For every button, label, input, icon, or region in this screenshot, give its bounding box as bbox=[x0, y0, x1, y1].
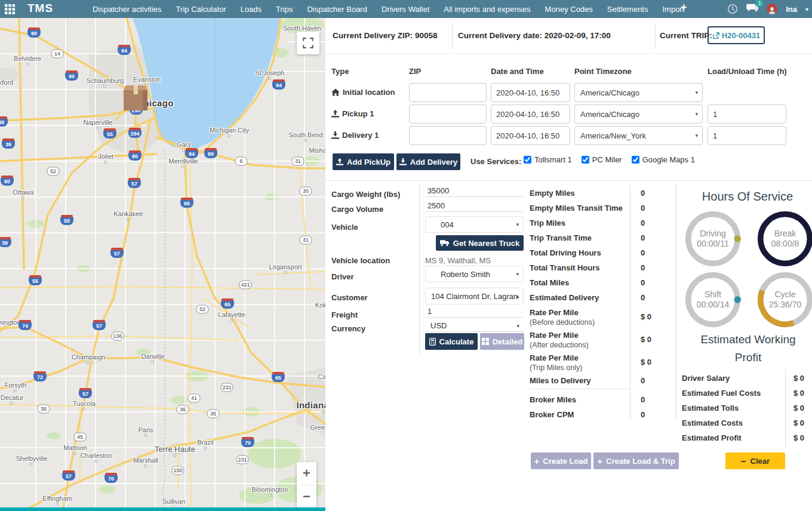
nav-item-dispatcher-activities[interactable]: Dispatcher activities bbox=[93, 5, 162, 14]
datetime-input-pickup-1[interactable] bbox=[491, 104, 570, 124]
service-checkbox-tollsmart-1[interactable]: Tollsmart 1 bbox=[524, 155, 572, 164]
highway-shield-interstate-57: 57 bbox=[62, 472, 75, 481]
result-row-trip-transit-time: Trip Transit Time0 bbox=[530, 231, 676, 246]
caret-down-icon[interactable]: ▾ bbox=[805, 6, 808, 13]
service-checkbox-pc-miler[interactable]: PC Miler bbox=[582, 155, 622, 164]
highway-shield-interstate-55: 55 bbox=[29, 277, 42, 285]
datetime-input-initial[interactable] bbox=[491, 83, 570, 102]
home-icon bbox=[331, 88, 340, 96]
vehicle-select[interactable]: 004 ▾ bbox=[425, 216, 524, 233]
trip-calculator-panel: Current Delivery ZIP: 90058 Current Deli… bbox=[325, 18, 812, 511]
zip-input-initial[interactable] bbox=[409, 83, 487, 102]
user-name[interactable]: Ina bbox=[786, 5, 797, 14]
zoom-out-button[interactable]: − bbox=[297, 485, 316, 508]
timezone-select-initial[interactable]: America/Chicago ▾ bbox=[574, 83, 703, 102]
zip-input-delivery-1[interactable] bbox=[409, 126, 487, 145]
highway-shield-interstate-90: 90 bbox=[204, 150, 217, 158]
map-city-label-brazil: Brazil bbox=[197, 439, 214, 446]
add-menu-icon[interactable]: + bbox=[681, 1, 687, 14]
add-pickup-label: Add PickUp bbox=[347, 158, 390, 167]
avatar[interactable] bbox=[767, 4, 777, 14]
customer-select[interactable]: 104 Clairmont Dr, Lagran ▴ bbox=[425, 288, 524, 304]
add-delivery-button[interactable]: Add Delivery bbox=[396, 153, 460, 170]
map-city-dot bbox=[153, 109, 156, 112]
zoom-in-button[interactable]: + bbox=[297, 462, 316, 485]
col-header-datetime: Date and Time bbox=[491, 67, 544, 76]
clock-icon[interactable] bbox=[727, 4, 738, 14]
service-label: PC Miler bbox=[592, 155, 622, 164]
caret-down-icon: ▾ bbox=[695, 133, 698, 138]
zip-input-pickup-1[interactable] bbox=[409, 104, 487, 124]
highway-shield-interstate-74: 74 bbox=[19, 322, 32, 330]
create-load-button[interactable]: + Create Load bbox=[531, 452, 591, 469]
currency-select[interactable]: USD ▾ bbox=[425, 320, 524, 332]
result-value: 0 bbox=[635, 201, 645, 216]
service-checkbox-google-maps-1[interactable]: Google Maps 1 bbox=[632, 155, 695, 164]
driver-select[interactable]: Roberto Smith ▾ bbox=[425, 266, 524, 282]
checkbox-pc-miler[interactable] bbox=[582, 156, 589, 164]
row-pickup-1: Pickup 1 bbox=[331, 109, 374, 118]
row-label-text: Pickup 1 bbox=[342, 109, 374, 118]
highway-shield-us-52: 52 bbox=[196, 305, 209, 314]
fullscreen-button[interactable] bbox=[297, 32, 319, 54]
map-labels: South HavenRockfordBelvidereSchaumburgEv… bbox=[0, 18, 325, 511]
checkbox-google-maps-1[interactable] bbox=[632, 156, 639, 164]
highway-shield-interstate-70: 70 bbox=[104, 475, 118, 483]
add-pickup-button[interactable]: Add PickUp bbox=[333, 153, 394, 170]
result-row-broker-cpm: Broker CPM0 bbox=[530, 408, 676, 423]
map-city-label-shelbyville: Shelbyville bbox=[16, 455, 48, 462]
app-brand[interactable]: TMS bbox=[27, 2, 53, 15]
truck-icon bbox=[440, 240, 450, 247]
detailed-label: Detailed bbox=[493, 337, 523, 346]
minus-icon: − bbox=[741, 456, 746, 466]
cargo-volume-input[interactable] bbox=[425, 200, 524, 212]
nav-item-dispatcher-board[interactable]: Dispatcher Board bbox=[307, 5, 367, 14]
load-time-input-delivery-1[interactable] bbox=[708, 126, 786, 145]
profit-row-estimated-profit: Estimated Profit$ 0 bbox=[682, 431, 812, 446]
highway-shield-us-14: 14 bbox=[51, 50, 64, 59]
header-divider bbox=[452, 23, 453, 49]
package-marker-icon[interactable] bbox=[121, 84, 150, 113]
result-value: 0 bbox=[635, 276, 645, 291]
highway-shield-us-136: 136 bbox=[112, 332, 124, 341]
nav-item-loads[interactable]: Loads bbox=[241, 5, 262, 14]
profit-values-divider bbox=[785, 369, 786, 448]
result-value: 0 bbox=[635, 374, 645, 389]
create-load-trip-button[interactable]: + Create Load & Trip bbox=[593, 452, 679, 469]
services-list: Tollsmart 1PC MilerGoogle Maps 1 bbox=[524, 155, 695, 164]
highway-shield-interstate-72: 72 bbox=[33, 373, 47, 381]
nav-item-trip-calculator[interactable]: Trip Calculator bbox=[176, 5, 226, 14]
nav-item-settlements[interactable]: Settlements bbox=[607, 5, 648, 14]
current-trip-number[interactable]: H20-00431 bbox=[722, 31, 760, 40]
clear-button[interactable]: − Clear bbox=[725, 452, 785, 469]
detailed-button[interactable]: Detailed bbox=[480, 333, 524, 350]
highway-shield-interstate-294: 294 bbox=[128, 130, 142, 138]
checkbox-tollsmart-1[interactable] bbox=[524, 156, 531, 164]
profit-row-estimated-fuel-costs: Estimated Fuel Costs$ 0 bbox=[682, 386, 812, 401]
hos-gauge-driving: Driving 00:00/11 bbox=[684, 210, 742, 267]
map-city-dot bbox=[56, 503, 59, 506]
map-city-label-paris: Paris bbox=[138, 426, 153, 433]
datetime-input-delivery-1[interactable] bbox=[491, 126, 570, 145]
nav-item-drivers-wallet[interactable]: Drivers Wallet bbox=[382, 5, 429, 14]
nav-item-trips[interactable]: Trips bbox=[276, 5, 293, 14]
apps-grid-icon[interactable] bbox=[5, 4, 15, 14]
map-city-label-rockford: Rockford bbox=[0, 79, 13, 86]
load-time-input-pickup-1[interactable] bbox=[708, 104, 786, 124]
get-nearest-truck-button[interactable]: Get Nearest Truck bbox=[436, 235, 524, 251]
nav-item-money-codes[interactable]: Money Codes bbox=[545, 5, 593, 14]
use-services-label: Use Services: bbox=[470, 157, 521, 166]
calculate-button[interactable]: Calculate bbox=[425, 333, 478, 350]
highway-shield-us-231: 231 bbox=[236, 455, 249, 464]
nav-item-all-imports-and-expenses[interactable]: All imports and expenses bbox=[444, 5, 530, 14]
clear-label: Clear bbox=[751, 457, 770, 466]
map-city-label-greenwood: Greenwood bbox=[310, 424, 325, 431]
timezone-select-pickup-1[interactable]: America/Chicago ▾ bbox=[574, 104, 703, 124]
freight-input[interactable] bbox=[425, 306, 524, 318]
chat-icon[interactable]: 1 bbox=[746, 2, 758, 16]
timezone-select-delivery-1[interactable]: America/New_York ▾ bbox=[574, 126, 703, 145]
map-canvas[interactable]: South HavenRockfordBelvidereSchaumburgEv… bbox=[0, 18, 325, 511]
current-trip-link-box[interactable]: H20-00431 bbox=[708, 26, 765, 44]
cargo-weight-input[interactable] bbox=[425, 185, 524, 197]
map-city-dot bbox=[144, 434, 147, 437]
